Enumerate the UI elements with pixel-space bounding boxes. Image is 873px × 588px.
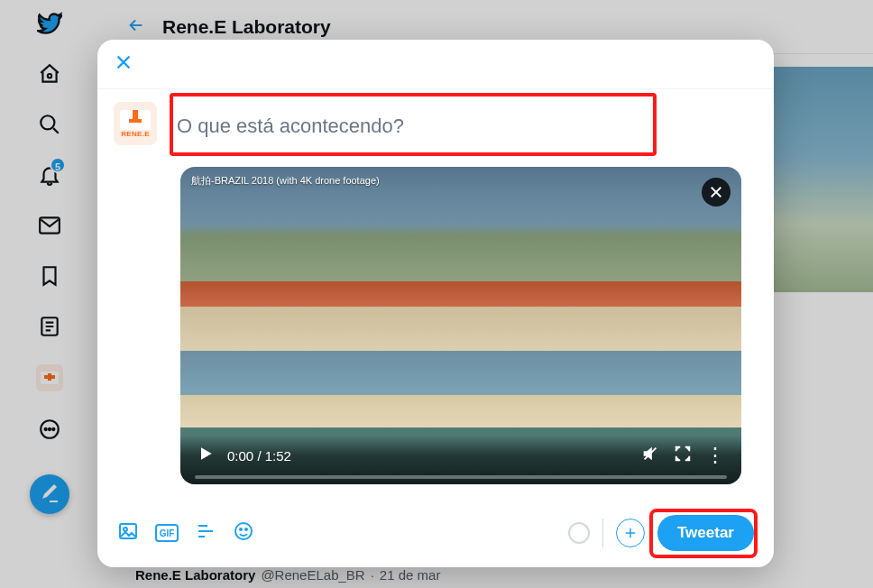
emoji-icon[interactable] (233, 520, 254, 546)
remove-media-button[interactable] (702, 178, 731, 207)
svg-point-11 (240, 528, 242, 530)
svg-point-9 (124, 528, 127, 531)
video-controls: 0:00 / 1:52 ⋮ (180, 436, 741, 484)
toolbar-divider (602, 519, 603, 547)
play-icon[interactable] (197, 445, 215, 466)
video-filename: 航拍-BRAZIL 2018 (with 4K drone footage) (191, 174, 380, 188)
character-count-ring (568, 522, 590, 544)
modal-header (97, 40, 774, 89)
video-progress[interactable] (195, 475, 727, 479)
media-icon[interactable] (117, 520, 139, 546)
tweet-text-input[interactable] (170, 102, 758, 151)
user-avatar: RENE.E (114, 102, 157, 145)
compose-toolbar: GIF Tweetar (97, 504, 774, 567)
video-attachment: 航拍-BRAZIL 2018 (with 4K drone footage) 0… (180, 167, 741, 484)
tweet-button[interactable]: Tweetar (657, 515, 754, 551)
gif-icon[interactable]: GIF (155, 524, 179, 542)
svg-point-12 (245, 528, 247, 530)
video-time: 0:00 / 1:52 (227, 448, 291, 464)
fullscreen-icon[interactable] (673, 444, 693, 467)
mute-icon[interactable] (640, 444, 660, 467)
compose-modal: RENE.E 航拍-BRAZIL 2018 (with 4K drone foo… (97, 40, 774, 567)
poll-icon[interactable] (195, 520, 216, 546)
close-button[interactable] (114, 52, 133, 76)
add-thread-button[interactable] (616, 519, 645, 547)
svg-point-10 (235, 523, 252, 539)
